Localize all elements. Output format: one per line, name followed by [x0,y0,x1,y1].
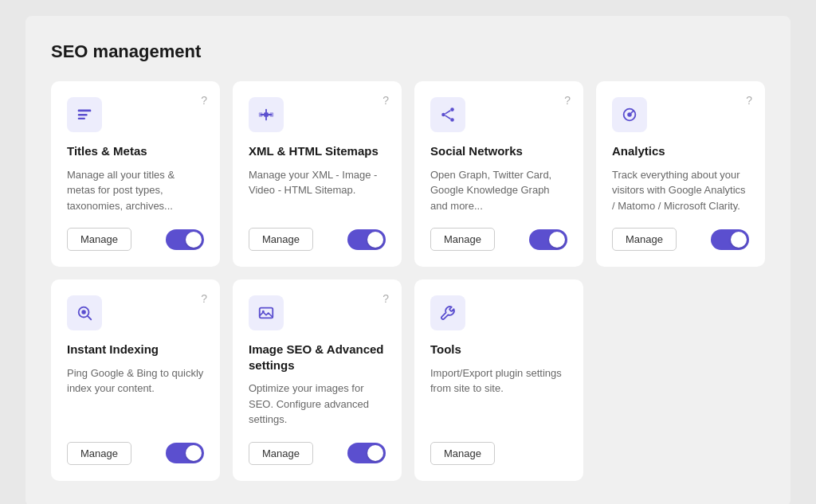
page-title: SEO management [51,41,765,62]
titles-metas-toggle[interactable] [166,229,204,250]
svg-line-9 [445,111,451,114]
sitemap-icon [257,106,275,123]
svg-rect-17 [260,308,273,318]
social-networks-footer: Manage [430,228,567,251]
social-networks-toggle[interactable] [529,229,567,250]
social-icon-wrap [430,97,465,132]
xml-sitemaps-toggle[interactable] [347,229,386,250]
help-icon-social[interactable]: ? [564,94,571,107]
card-titles-metas: ? Titles & Metas Manage all your titles … [51,81,220,267]
titles-metas-title: Titles & Metas [67,143,204,159]
instant-indexing-footer: Manage [67,442,204,465]
instant-indexing-toggle[interactable] [166,443,204,463]
titles-icon-wrap [67,97,102,132]
help-icon-xml[interactable]: ? [382,94,389,107]
image-seo-icon [257,304,275,322]
svg-rect-1 [78,114,88,115]
social-networks-title: Social Networks [430,143,567,159]
analytics-icon [621,106,638,123]
svg-rect-2 [78,118,85,119]
cards-grid-row1: ? Titles & Metas Manage all your titles … [51,81,765,267]
image-seo-desc: Optimize your images for SEO. Configure … [249,381,386,428]
tools-icon-wrap [430,295,465,330]
analytics-footer: Manage [612,228,749,251]
svg-line-13 [631,111,634,114]
svg-point-12 [627,112,632,117]
tools-desc: Import/Export plugin settings from site … [430,365,567,428]
card-tools: Tools Import/Export plugin settings from… [414,279,583,481]
titles-metas-footer: Manage [67,228,204,251]
svg-point-7 [441,113,445,117]
tools-footer: Manage [430,442,567,465]
instant-indexing-manage-button[interactable]: Manage [67,442,131,465]
svg-line-10 [445,115,451,119]
tools-manage-button[interactable]: Manage [430,442,495,465]
xml-icon-wrap [249,97,284,132]
card-empty [596,279,765,481]
help-icon-indexing[interactable]: ? [201,292,207,305]
svg-rect-3 [264,112,269,117]
image-seo-title: Image SEO & Advanced settings [249,342,386,373]
image-seo-icon-wrap [249,295,284,330]
tools-icon [439,304,457,322]
card-image-seo: ? Image SEO & Advanced settings Optimize… [233,279,402,481]
help-icon-image-seo[interactable]: ? [382,292,389,305]
card-analytics: ? Analytics Track everything about your … [596,81,765,267]
social-icon [439,106,457,123]
titles-metas-manage-button[interactable]: Manage [67,228,131,251]
instant-indexing-title: Instant Indexing [67,342,204,357]
help-icon-analytics[interactable]: ? [746,94,752,107]
analytics-desc: Track everything about your visitors wit… [612,167,749,214]
titles-icon [76,106,93,123]
xml-sitemaps-footer: Manage [249,228,386,251]
help-icon-titles[interactable]: ? [201,94,207,107]
svg-point-18 [262,311,265,313]
svg-rect-4 [259,112,263,117]
instant-indexing-desc: Ping Google & Bing to quickly index your… [67,365,204,428]
svg-point-8 [450,118,454,122]
svg-rect-0 [78,110,92,112]
xml-sitemaps-title: XML & HTML Sitemaps [249,143,386,159]
analytics-icon-wrap [612,97,647,132]
xml-sitemaps-desc: Manage your XML - Image - Video - HTML S… [249,167,386,214]
titles-metas-desc: Manage all your titles & metas for post … [67,167,204,214]
card-social-networks: ? Social Networks Open Graph, Twitter Ca… [414,81,583,267]
page-container: SEO management ? Titles & Metas Manage a… [26,16,790,504]
tools-title: Tools [430,342,567,357]
image-seo-toggle[interactable] [347,443,386,463]
image-seo-manage-button[interactable]: Manage [249,442,313,465]
indexing-icon-wrap [67,295,102,330]
cards-grid-row2: ? Instant Indexing Ping Google & Bing to… [51,279,765,481]
analytics-title: Analytics [612,143,749,159]
social-networks-desc: Open Graph, Twitter Card, Google Knowled… [430,167,567,214]
indexing-icon [76,304,93,322]
image-seo-footer: Manage [249,442,386,465]
svg-rect-5 [270,112,274,117]
social-networks-manage-button[interactable]: Manage [430,228,495,251]
svg-line-15 [88,316,91,319]
xml-sitemaps-manage-button[interactable]: Manage [249,228,313,251]
analytics-manage-button[interactable]: Manage [612,228,677,251]
analytics-toggle[interactable] [711,229,749,250]
svg-point-16 [81,310,86,315]
card-instant-indexing: ? Instant Indexing Ping Google & Bing to… [51,279,220,481]
svg-point-6 [450,107,454,111]
card-xml-sitemaps: ? XML & HTML Sitemaps Manage your XML - … [233,81,402,267]
